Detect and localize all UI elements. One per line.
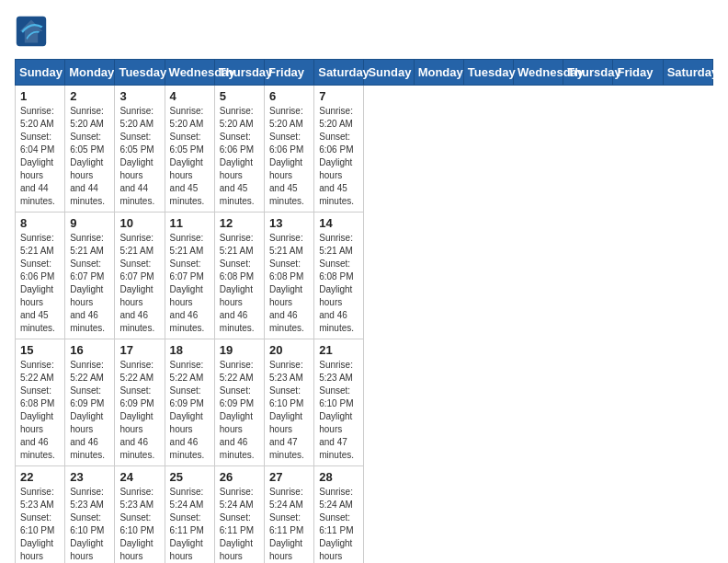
day-cell: 5Sunrise: 5:20 AMSunset: 6:06 PMDaylight… <box>214 86 264 213</box>
day-info: Sunrise: 5:23 AMSunset: 6:10 PMDaylight … <box>269 360 304 460</box>
day-info: Sunrise: 5:20 AMSunset: 6:04 PMDaylight … <box>20 106 55 206</box>
col-header-thursday: Thursday <box>563 60 613 86</box>
week-row-2: 8Sunrise: 5:21 AMSunset: 6:06 PMDaylight… <box>16 213 713 339</box>
week-row-3: 15Sunrise: 5:22 AMSunset: 6:08 PMDayligh… <box>16 339 713 466</box>
day-info: Sunrise: 5:24 AMSunset: 6:11 PMDaylight … <box>319 487 354 563</box>
week-row-4: 22Sunrise: 5:23 AMSunset: 6:10 PMDayligh… <box>16 466 713 564</box>
col-header-tuesday: Tuesday <box>463 60 513 86</box>
day-cell: 12Sunrise: 5:21 AMSunset: 6:08 PMDayligh… <box>214 213 264 339</box>
day-info: Sunrise: 5:22 AMSunset: 6:09 PMDaylight … <box>119 360 154 460</box>
day-info: Sunrise: 5:24 AMSunset: 6:11 PMDaylight … <box>170 487 205 563</box>
col-header-saturday: Saturday <box>314 60 364 86</box>
day-info: Sunrise: 5:22 AMSunset: 6:09 PMDaylight … <box>170 360 205 460</box>
col-header-saturday: Saturday <box>663 60 712 86</box>
day-cell: 10Sunrise: 5:21 AMSunset: 6:07 PMDayligh… <box>115 213 165 339</box>
day-number: 18 <box>170 343 210 357</box>
day-info: Sunrise: 5:20 AMSunset: 6:05 PMDaylight … <box>70 106 105 206</box>
day-info: Sunrise: 5:20 AMSunset: 6:05 PMDaylight … <box>119 106 154 206</box>
week-row-1: 1Sunrise: 5:20 AMSunset: 6:04 PMDaylight… <box>16 86 713 213</box>
day-cell: 27Sunrise: 5:24 AMSunset: 6:11 PMDayligh… <box>265 466 314 564</box>
day-info: Sunrise: 5:20 AMSunset: 6:06 PMDaylight … <box>319 106 354 206</box>
day-cell: 17Sunrise: 5:22 AMSunset: 6:09 PMDayligh… <box>115 339 165 466</box>
day-info: Sunrise: 5:20 AMSunset: 6:06 PMDaylight … <box>220 106 255 206</box>
day-number: 3 <box>119 89 159 103</box>
day-cell: 25Sunrise: 5:24 AMSunset: 6:11 PMDayligh… <box>165 466 214 564</box>
day-info: Sunrise: 5:23 AMSunset: 6:10 PMDaylight … <box>119 487 154 563</box>
day-number: 20 <box>269 343 309 357</box>
day-cell: 23Sunrise: 5:23 AMSunset: 6:10 PMDayligh… <box>65 466 115 564</box>
day-number: 19 <box>220 343 259 357</box>
day-cell: 22Sunrise: 5:23 AMSunset: 6:10 PMDayligh… <box>16 466 65 564</box>
day-number: 27 <box>269 470 309 484</box>
day-cell: 14Sunrise: 5:21 AMSunset: 6:08 PMDayligh… <box>314 213 364 339</box>
day-cell: 3Sunrise: 5:20 AMSunset: 6:05 PMDaylight… <box>115 86 165 213</box>
day-info: Sunrise: 5:23 AMSunset: 6:10 PMDaylight … <box>20 487 55 563</box>
col-header-sunday: Sunday <box>16 60 65 86</box>
day-info: Sunrise: 5:20 AMSunset: 6:06 PMDaylight … <box>269 106 304 206</box>
day-cell: 18Sunrise: 5:22 AMSunset: 6:09 PMDayligh… <box>165 339 214 466</box>
day-number: 6 <box>269 89 309 103</box>
day-cell: 2Sunrise: 5:20 AMSunset: 6:05 PMDaylight… <box>65 86 115 213</box>
day-info: Sunrise: 5:21 AMSunset: 6:08 PMDaylight … <box>319 233 354 333</box>
day-info: Sunrise: 5:24 AMSunset: 6:11 PMDaylight … <box>269 487 304 563</box>
col-header-monday: Monday <box>65 60 115 86</box>
day-cell: 24Sunrise: 5:23 AMSunset: 6:10 PMDayligh… <box>115 466 165 564</box>
calendar-header-row: SundayMondayTuesdayWednesdayThursdayFrid… <box>16 60 713 86</box>
day-info: Sunrise: 5:22 AMSunset: 6:08 PMDaylight … <box>20 360 55 460</box>
day-number: 5 <box>220 89 259 103</box>
day-number: 4 <box>170 89 210 103</box>
day-number: 16 <box>70 343 109 357</box>
day-info: Sunrise: 5:20 AMSunset: 6:05 PMDaylight … <box>170 106 205 206</box>
day-number: 7 <box>319 89 358 103</box>
day-cell: 9Sunrise: 5:21 AMSunset: 6:07 PMDaylight… <box>65 213 115 339</box>
header <box>15 15 713 48</box>
col-header-monday: Monday <box>414 60 463 86</box>
col-header-tuesday: Tuesday <box>115 60 165 86</box>
col-header-sunday: Sunday <box>364 60 414 86</box>
day-number: 15 <box>20 343 60 357</box>
day-number: 22 <box>20 470 60 484</box>
day-info: Sunrise: 5:22 AMSunset: 6:09 PMDaylight … <box>220 360 255 460</box>
day-info: Sunrise: 5:21 AMSunset: 6:06 PMDaylight … <box>20 233 55 333</box>
day-number: 24 <box>119 470 159 484</box>
col-header-thursday: Thursday <box>214 60 264 86</box>
day-number: 28 <box>319 470 358 484</box>
day-cell: 16Sunrise: 5:22 AMSunset: 6:09 PMDayligh… <box>65 339 115 466</box>
day-info: Sunrise: 5:21 AMSunset: 6:08 PMDaylight … <box>220 233 255 333</box>
day-number: 8 <box>20 216 60 230</box>
day-number: 23 <box>70 470 109 484</box>
day-cell: 6Sunrise: 5:20 AMSunset: 6:06 PMDaylight… <box>265 86 314 213</box>
day-number: 1 <box>20 89 60 103</box>
col-header-friday: Friday <box>613 60 663 86</box>
day-number: 14 <box>319 216 358 230</box>
day-cell: 19Sunrise: 5:22 AMSunset: 6:09 PMDayligh… <box>214 339 264 466</box>
day-number: 17 <box>119 343 159 357</box>
day-cell: 20Sunrise: 5:23 AMSunset: 6:10 PMDayligh… <box>265 339 314 466</box>
day-info: Sunrise: 5:21 AMSunset: 6:08 PMDaylight … <box>269 233 304 333</box>
col-header-wednesday: Wednesday <box>514 60 563 86</box>
logo-icon <box>15 15 48 48</box>
day-number: 10 <box>119 216 159 230</box>
day-number: 25 <box>170 470 210 484</box>
day-info: Sunrise: 5:22 AMSunset: 6:09 PMDaylight … <box>70 360 105 460</box>
logo <box>15 15 51 48</box>
col-header-friday: Friday <box>265 60 314 86</box>
day-number: 26 <box>220 470 259 484</box>
day-info: Sunrise: 5:24 AMSunset: 6:11 PMDaylight … <box>220 487 255 563</box>
day-cell: 15Sunrise: 5:22 AMSunset: 6:08 PMDayligh… <box>16 339 65 466</box>
day-cell: 8Sunrise: 5:21 AMSunset: 6:06 PMDaylight… <box>16 213 65 339</box>
day-cell: 4Sunrise: 5:20 AMSunset: 6:05 PMDaylight… <box>165 86 214 213</box>
day-number: 12 <box>220 216 259 230</box>
day-number: 9 <box>70 216 109 230</box>
day-cell: 1Sunrise: 5:20 AMSunset: 6:04 PMDaylight… <box>16 86 65 213</box>
day-info: Sunrise: 5:21 AMSunset: 6:07 PMDaylight … <box>119 233 154 333</box>
day-number: 2 <box>70 89 109 103</box>
day-cell: 11Sunrise: 5:21 AMSunset: 6:07 PMDayligh… <box>165 213 214 339</box>
day-info: Sunrise: 5:23 AMSunset: 6:10 PMDaylight … <box>319 360 354 460</box>
calendar-table: SundayMondayTuesdayWednesdayThursdayFrid… <box>15 59 713 563</box>
day-number: 21 <box>319 343 358 357</box>
day-cell: 28Sunrise: 5:24 AMSunset: 6:11 PMDayligh… <box>314 466 364 564</box>
day-cell: 7Sunrise: 5:20 AMSunset: 6:06 PMDaylight… <box>314 86 364 213</box>
day-cell: 21Sunrise: 5:23 AMSunset: 6:10 PMDayligh… <box>314 339 364 466</box>
day-cell: 13Sunrise: 5:21 AMSunset: 6:08 PMDayligh… <box>265 213 314 339</box>
